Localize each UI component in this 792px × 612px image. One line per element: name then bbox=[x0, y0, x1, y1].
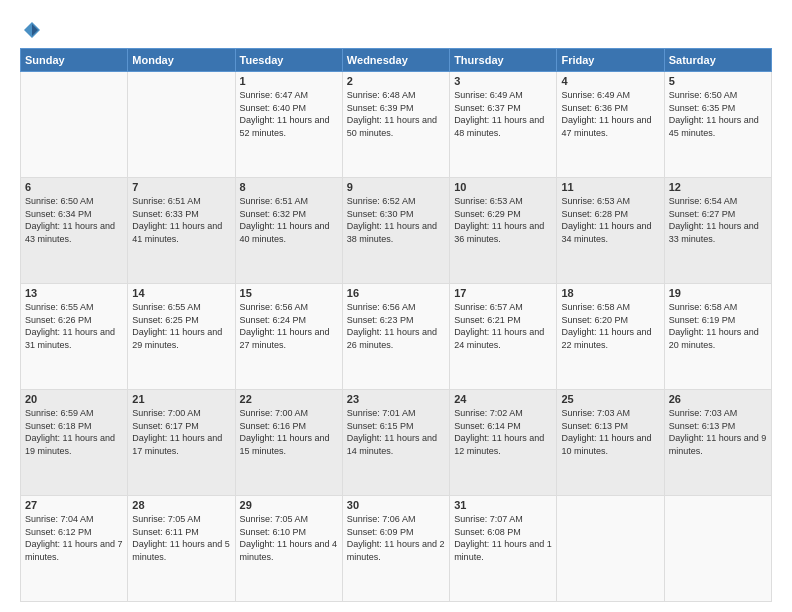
day-number: 6 bbox=[25, 181, 123, 193]
day-info: Sunrise: 7:07 AMSunset: 6:08 PMDaylight:… bbox=[454, 513, 552, 563]
calendar-cell: 2Sunrise: 6:48 AMSunset: 6:39 PMDaylight… bbox=[342, 72, 449, 178]
day-header-saturday: Saturday bbox=[664, 49, 771, 72]
day-info: Sunrise: 6:49 AMSunset: 6:36 PMDaylight:… bbox=[561, 89, 659, 139]
day-number: 22 bbox=[240, 393, 338, 405]
day-info: Sunrise: 7:03 AMSunset: 6:13 PMDaylight:… bbox=[561, 407, 659, 457]
day-info: Sunrise: 6:51 AMSunset: 6:33 PMDaylight:… bbox=[132, 195, 230, 245]
calendar-cell: 26Sunrise: 7:03 AMSunset: 6:13 PMDayligh… bbox=[664, 390, 771, 496]
day-info: Sunrise: 6:58 AMSunset: 6:19 PMDaylight:… bbox=[669, 301, 767, 351]
calendar-cell: 1Sunrise: 6:47 AMSunset: 6:40 PMDaylight… bbox=[235, 72, 342, 178]
day-header-tuesday: Tuesday bbox=[235, 49, 342, 72]
calendar-cell: 6Sunrise: 6:50 AMSunset: 6:34 PMDaylight… bbox=[21, 178, 128, 284]
day-number: 30 bbox=[347, 499, 445, 511]
day-number: 21 bbox=[132, 393, 230, 405]
calendar-cell: 21Sunrise: 7:00 AMSunset: 6:17 PMDayligh… bbox=[128, 390, 235, 496]
calendar-cell bbox=[664, 496, 771, 602]
day-info: Sunrise: 6:48 AMSunset: 6:39 PMDaylight:… bbox=[347, 89, 445, 139]
day-number: 11 bbox=[561, 181, 659, 193]
day-info: Sunrise: 6:55 AMSunset: 6:25 PMDaylight:… bbox=[132, 301, 230, 351]
calendar-cell: 3Sunrise: 6:49 AMSunset: 6:37 PMDaylight… bbox=[450, 72, 557, 178]
calendar-cell: 8Sunrise: 6:51 AMSunset: 6:32 PMDaylight… bbox=[235, 178, 342, 284]
day-info: Sunrise: 7:04 AMSunset: 6:12 PMDaylight:… bbox=[25, 513, 123, 563]
day-number: 14 bbox=[132, 287, 230, 299]
day-number: 10 bbox=[454, 181, 552, 193]
calendar-cell: 10Sunrise: 6:53 AMSunset: 6:29 PMDayligh… bbox=[450, 178, 557, 284]
day-info: Sunrise: 6:47 AMSunset: 6:40 PMDaylight:… bbox=[240, 89, 338, 139]
day-info: Sunrise: 6:54 AMSunset: 6:27 PMDaylight:… bbox=[669, 195, 767, 245]
calendar-cell: 7Sunrise: 6:51 AMSunset: 6:33 PMDaylight… bbox=[128, 178, 235, 284]
calendar-cell: 30Sunrise: 7:06 AMSunset: 6:09 PMDayligh… bbox=[342, 496, 449, 602]
calendar-cell bbox=[128, 72, 235, 178]
calendar-cell: 17Sunrise: 6:57 AMSunset: 6:21 PMDayligh… bbox=[450, 284, 557, 390]
calendar-cell: 28Sunrise: 7:05 AMSunset: 6:11 PMDayligh… bbox=[128, 496, 235, 602]
day-info: Sunrise: 7:05 AMSunset: 6:11 PMDaylight:… bbox=[132, 513, 230, 563]
calendar-cell: 12Sunrise: 6:54 AMSunset: 6:27 PMDayligh… bbox=[664, 178, 771, 284]
day-info: Sunrise: 7:05 AMSunset: 6:10 PMDaylight:… bbox=[240, 513, 338, 563]
day-info: Sunrise: 6:55 AMSunset: 6:26 PMDaylight:… bbox=[25, 301, 123, 351]
day-info: Sunrise: 6:53 AMSunset: 6:28 PMDaylight:… bbox=[561, 195, 659, 245]
calendar-cell: 27Sunrise: 7:04 AMSunset: 6:12 PMDayligh… bbox=[21, 496, 128, 602]
day-number: 23 bbox=[347, 393, 445, 405]
day-header-thursday: Thursday bbox=[450, 49, 557, 72]
day-number: 24 bbox=[454, 393, 552, 405]
calendar-cell: 22Sunrise: 7:00 AMSunset: 6:16 PMDayligh… bbox=[235, 390, 342, 496]
day-number: 5 bbox=[669, 75, 767, 87]
day-number: 8 bbox=[240, 181, 338, 193]
calendar-cell: 20Sunrise: 6:59 AMSunset: 6:18 PMDayligh… bbox=[21, 390, 128, 496]
calendar-cell: 25Sunrise: 7:03 AMSunset: 6:13 PMDayligh… bbox=[557, 390, 664, 496]
day-info: Sunrise: 7:00 AMSunset: 6:16 PMDaylight:… bbox=[240, 407, 338, 457]
calendar-cell: 4Sunrise: 6:49 AMSunset: 6:36 PMDaylight… bbox=[557, 72, 664, 178]
day-number: 31 bbox=[454, 499, 552, 511]
calendar-cell: 31Sunrise: 7:07 AMSunset: 6:08 PMDayligh… bbox=[450, 496, 557, 602]
calendar-cell: 5Sunrise: 6:50 AMSunset: 6:35 PMDaylight… bbox=[664, 72, 771, 178]
day-info: Sunrise: 6:57 AMSunset: 6:21 PMDaylight:… bbox=[454, 301, 552, 351]
header bbox=[20, 16, 772, 40]
calendar-cell: 9Sunrise: 6:52 AMSunset: 6:30 PMDaylight… bbox=[342, 178, 449, 284]
day-number: 9 bbox=[347, 181, 445, 193]
day-info: Sunrise: 6:53 AMSunset: 6:29 PMDaylight:… bbox=[454, 195, 552, 245]
calendar-cell: 11Sunrise: 6:53 AMSunset: 6:28 PMDayligh… bbox=[557, 178, 664, 284]
day-info: Sunrise: 6:49 AMSunset: 6:37 PMDaylight:… bbox=[454, 89, 552, 139]
day-info: Sunrise: 6:51 AMSunset: 6:32 PMDaylight:… bbox=[240, 195, 338, 245]
day-number: 2 bbox=[347, 75, 445, 87]
calendar-cell: 19Sunrise: 6:58 AMSunset: 6:19 PMDayligh… bbox=[664, 284, 771, 390]
calendar-cell: 13Sunrise: 6:55 AMSunset: 6:26 PMDayligh… bbox=[21, 284, 128, 390]
day-number: 13 bbox=[25, 287, 123, 299]
calendar-cell: 29Sunrise: 7:05 AMSunset: 6:10 PMDayligh… bbox=[235, 496, 342, 602]
day-header-wednesday: Wednesday bbox=[342, 49, 449, 72]
day-header-friday: Friday bbox=[557, 49, 664, 72]
calendar-week-0: 1Sunrise: 6:47 AMSunset: 6:40 PMDaylight… bbox=[21, 72, 772, 178]
calendar-cell: 23Sunrise: 7:01 AMSunset: 6:15 PMDayligh… bbox=[342, 390, 449, 496]
day-header-sunday: Sunday bbox=[21, 49, 128, 72]
calendar-cell bbox=[21, 72, 128, 178]
day-number: 25 bbox=[561, 393, 659, 405]
day-info: Sunrise: 6:50 AMSunset: 6:34 PMDaylight:… bbox=[25, 195, 123, 245]
day-number: 26 bbox=[669, 393, 767, 405]
calendar-cell: 14Sunrise: 6:55 AMSunset: 6:25 PMDayligh… bbox=[128, 284, 235, 390]
page: SundayMondayTuesdayWednesdayThursdayFrid… bbox=[0, 0, 792, 612]
day-info: Sunrise: 6:58 AMSunset: 6:20 PMDaylight:… bbox=[561, 301, 659, 351]
day-number: 29 bbox=[240, 499, 338, 511]
day-info: Sunrise: 7:03 AMSunset: 6:13 PMDaylight:… bbox=[669, 407, 767, 457]
calendar-week-3: 20Sunrise: 6:59 AMSunset: 6:18 PMDayligh… bbox=[21, 390, 772, 496]
day-number: 15 bbox=[240, 287, 338, 299]
logo bbox=[20, 16, 42, 40]
day-info: Sunrise: 7:01 AMSunset: 6:15 PMDaylight:… bbox=[347, 407, 445, 457]
calendar-header-row: SundayMondayTuesdayWednesdayThursdayFrid… bbox=[21, 49, 772, 72]
day-info: Sunrise: 6:50 AMSunset: 6:35 PMDaylight:… bbox=[669, 89, 767, 139]
calendar-cell: 15Sunrise: 6:56 AMSunset: 6:24 PMDayligh… bbox=[235, 284, 342, 390]
calendar-week-2: 13Sunrise: 6:55 AMSunset: 6:26 PMDayligh… bbox=[21, 284, 772, 390]
day-number: 12 bbox=[669, 181, 767, 193]
day-info: Sunrise: 6:52 AMSunset: 6:30 PMDaylight:… bbox=[347, 195, 445, 245]
calendar: SundayMondayTuesdayWednesdayThursdayFrid… bbox=[20, 48, 772, 602]
day-info: Sunrise: 6:59 AMSunset: 6:18 PMDaylight:… bbox=[25, 407, 123, 457]
day-number: 1 bbox=[240, 75, 338, 87]
day-info: Sunrise: 6:56 AMSunset: 6:23 PMDaylight:… bbox=[347, 301, 445, 351]
day-info: Sunrise: 7:06 AMSunset: 6:09 PMDaylight:… bbox=[347, 513, 445, 563]
calendar-cell: 18Sunrise: 6:58 AMSunset: 6:20 PMDayligh… bbox=[557, 284, 664, 390]
calendar-week-1: 6Sunrise: 6:50 AMSunset: 6:34 PMDaylight… bbox=[21, 178, 772, 284]
day-number: 18 bbox=[561, 287, 659, 299]
day-number: 27 bbox=[25, 499, 123, 511]
day-number: 3 bbox=[454, 75, 552, 87]
logo-icon bbox=[22, 20, 42, 40]
